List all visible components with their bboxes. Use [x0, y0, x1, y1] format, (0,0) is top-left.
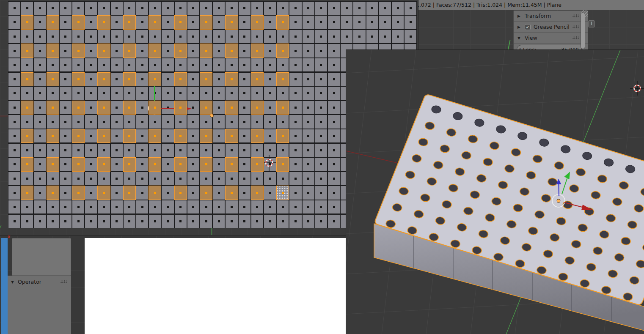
face-cell[interactable] [97, 157, 110, 172]
face-cell[interactable] [276, 15, 289, 30]
operator-panel-header[interactable]: ▼ Operator [8, 276, 71, 287]
face-cell[interactable] [315, 129, 328, 143]
face-cell[interactable] [8, 200, 21, 214]
z-axis-arrow[interactable] [559, 183, 559, 196]
face-cell[interactable] [366, 15, 379, 30]
face-cell[interactable] [174, 172, 187, 186]
face-cell[interactable] [315, 143, 328, 158]
face-cell[interactable] [8, 15, 21, 30]
face-cell[interactable] [174, 30, 187, 44]
face-cell[interactable] [21, 101, 33, 115]
face-cell[interactable] [212, 214, 225, 229]
face-cell[interactable] [340, 15, 353, 30]
face-cell[interactable] [123, 86, 136, 101]
face-cell[interactable] [8, 157, 21, 172]
face-cell[interactable] [123, 1, 136, 16]
face-cell[interactable] [136, 72, 149, 87]
face-cell[interactable] [251, 44, 264, 58]
face-cell[interactable] [33, 101, 46, 115]
face-cell[interactable] [238, 1, 251, 16]
face-cell[interactable] [289, 129, 302, 143]
slider-left-arrow-icon[interactable]: ◂ [519, 47, 521, 49]
face-cell[interactable] [47, 157, 59, 172]
face-cell[interactable] [149, 172, 161, 186]
face-cell[interactable] [21, 58, 33, 72]
face-cell[interactable] [328, 44, 340, 58]
face-cell[interactable] [174, 157, 187, 172]
face-cell[interactable] [136, 115, 149, 129]
face-cell[interactable] [47, 186, 59, 200]
face-cell[interactable] [97, 143, 110, 158]
face-cell[interactable] [328, 186, 340, 200]
face-cell[interactable] [59, 1, 72, 16]
face-cell[interactable] [136, 44, 149, 58]
face-cell[interactable] [72, 86, 85, 101]
face-cell[interactable] [123, 44, 136, 58]
face-cell[interactable] [212, 86, 225, 101]
face-cell[interactable] [264, 1, 276, 16]
face-cell[interactable] [123, 30, 136, 44]
face-cell[interactable] [225, 72, 238, 87]
face-cell[interactable] [225, 58, 238, 72]
face-cell[interactable] [21, 30, 33, 44]
face-cell[interactable] [123, 58, 136, 72]
face-cell[interactable] [264, 172, 276, 186]
face-cell[interactable] [187, 72, 200, 87]
face-cell[interactable] [161, 214, 174, 229]
face-cell[interactable] [212, 44, 225, 58]
face-cell[interactable] [161, 30, 174, 44]
face-cell[interactable] [174, 72, 187, 87]
face-cell[interactable] [136, 101, 149, 115]
face-cell[interactable] [59, 129, 72, 143]
face-cell[interactable] [85, 30, 97, 44]
face-cell[interactable] [276, 72, 289, 87]
face-cell[interactable] [315, 58, 328, 72]
face-cell[interactable] [33, 15, 46, 30]
face-cell[interactable] [238, 214, 251, 229]
face-cell[interactable] [200, 72, 212, 87]
face-cell[interactable] [149, 186, 161, 200]
front-viewport[interactable] [346, 49, 644, 334]
face-cell[interactable] [21, 143, 33, 158]
face-cell[interactable] [302, 115, 315, 129]
face-cell[interactable] [8, 30, 21, 44]
face-cell[interactable] [238, 157, 251, 172]
face-cell[interactable] [264, 15, 276, 30]
face-cell[interactable] [289, 30, 302, 44]
face-cell[interactable] [149, 1, 161, 16]
face-cell[interactable] [110, 1, 123, 16]
face-cell[interactable] [149, 30, 161, 44]
face-cell[interactable] [72, 172, 85, 186]
face-cell[interactable] [149, 129, 161, 143]
face-cell[interactable] [251, 72, 264, 87]
face-cell[interactable] [328, 129, 340, 143]
face-cell[interactable] [149, 72, 161, 87]
face-cell[interactable] [328, 157, 340, 172]
face-cell[interactable] [238, 172, 251, 186]
face-cell[interactable] [33, 1, 46, 16]
face-cell[interactable] [59, 143, 72, 158]
face-cell[interactable] [238, 186, 251, 200]
face-cell[interactable] [47, 44, 59, 58]
face-cell[interactable] [238, 200, 251, 214]
lens-slider[interactable]: ◂ Lens: 35.000 ▸ [517, 45, 585, 49]
face-cell[interactable] [353, 30, 366, 44]
face-cell[interactable] [276, 30, 289, 44]
face-cell[interactable] [251, 172, 264, 186]
face-cell[interactable] [161, 1, 174, 16]
face-cell[interactable] [59, 72, 72, 87]
face-cell[interactable] [72, 101, 85, 115]
face-cell[interactable] [85, 143, 97, 158]
face-cell[interactable] [225, 143, 238, 158]
face-cell[interactable] [123, 15, 136, 30]
face-cell[interactable] [8, 72, 21, 87]
face-cell[interactable] [174, 115, 187, 129]
face-cell[interactable] [264, 129, 276, 143]
face-cell[interactable] [328, 72, 340, 87]
face-cell[interactable] [97, 30, 110, 44]
face-cell[interactable] [149, 15, 161, 30]
face-cell[interactable] [251, 186, 264, 200]
face-cell[interactable] [251, 86, 264, 101]
face-cell[interactable] [59, 157, 72, 172]
face-cell[interactable] [149, 86, 161, 101]
